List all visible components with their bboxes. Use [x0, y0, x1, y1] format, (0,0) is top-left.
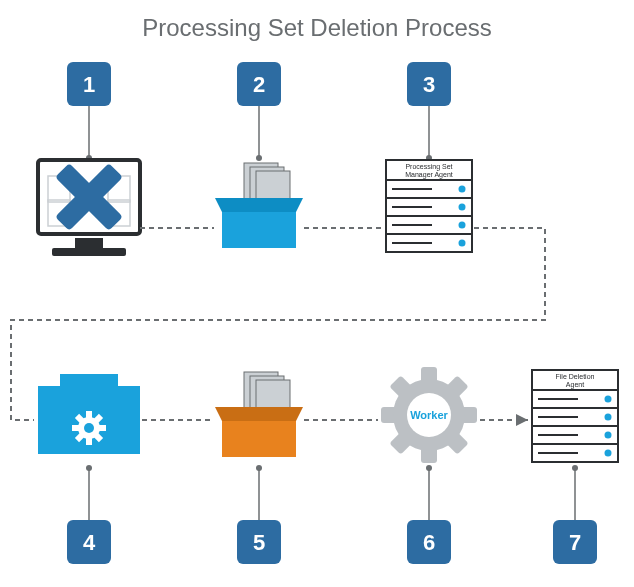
- step-badge-2: 2: [237, 62, 281, 106]
- monitor-icon: [38, 160, 140, 256]
- svg-point-53: [605, 396, 612, 403]
- svg-text:6: 6: [423, 530, 435, 555]
- svg-rect-10: [75, 238, 103, 248]
- gear-worker-icon: Worker: [381, 367, 477, 463]
- svg-rect-11: [52, 248, 126, 256]
- storage-gear-icon: [38, 374, 140, 454]
- server-filedeletion-icon: File Deletion Agent: [532, 370, 618, 462]
- server-processing-icon: Processing Set Manager Agent: [386, 160, 472, 252]
- svg-point-63: [86, 465, 92, 471]
- gear-small-icon: [72, 411, 106, 445]
- step-badge-5: 5: [237, 520, 281, 564]
- svg-point-62: [605, 450, 612, 457]
- svg-point-27: [459, 204, 466, 211]
- diagram-root: Processing Set Deletion Process 1 2 3 Pr…: [0, 0, 634, 587]
- svg-point-33: [459, 240, 466, 247]
- step-badge-4: 4: [67, 520, 111, 564]
- page-title: Processing Set Deletion Process: [142, 14, 492, 41]
- svg-point-30: [459, 222, 466, 229]
- svg-point-40: [84, 423, 94, 433]
- server-label: Agent: [566, 381, 584, 389]
- svg-point-56: [605, 414, 612, 421]
- svg-point-64: [256, 465, 262, 471]
- step-badge-6: 6: [407, 520, 451, 564]
- svg-text:2: 2: [253, 72, 265, 97]
- svg-text:1: 1: [83, 72, 95, 97]
- step-badge-7: 7: [553, 520, 597, 564]
- svg-point-66: [572, 465, 578, 471]
- svg-point-65: [426, 465, 432, 471]
- svg-text:4: 4: [83, 530, 96, 555]
- svg-point-24: [459, 186, 466, 193]
- svg-point-59: [605, 432, 612, 439]
- server-label: Processing Set: [405, 163, 452, 171]
- step-badge-1: 1: [67, 62, 111, 106]
- svg-point-7: [256, 155, 262, 161]
- svg-text:7: 7: [569, 530, 581, 555]
- svg-text:3: 3: [423, 72, 435, 97]
- svg-text:5: 5: [253, 530, 265, 555]
- step-badge-3: 3: [407, 62, 451, 106]
- inbox-orange-icon: [215, 372, 303, 457]
- server-label: Manager Agent: [405, 171, 453, 179]
- worker-label: Worker: [410, 409, 448, 421]
- server-label: File Deletion: [556, 373, 595, 380]
- inbox-cyan-icon: [215, 163, 303, 248]
